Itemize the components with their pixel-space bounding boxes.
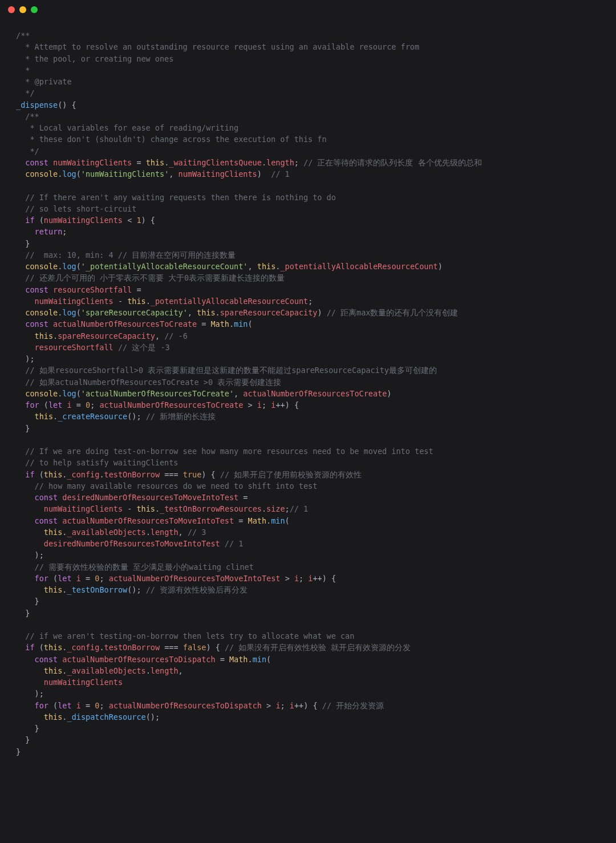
- code-line: );: [16, 549, 600, 561]
- code-line: */: [16, 87, 600, 99]
- code-line: [16, 434, 600, 445]
- code-line: // how many available resources do we ne…: [16, 480, 600, 492]
- code-line: // 如果resourceShortfall>0 表示需要新建但是这新建的数量不…: [16, 364, 600, 376]
- code-line: this._createResource(); // 新增新的长连接: [16, 411, 600, 422]
- code-line: );: [16, 688, 600, 699]
- code-line: _dispense() {: [16, 99, 600, 111]
- code-line: this.spareResourceCapacity, // -6: [16, 330, 600, 342]
- code-line: }: [16, 734, 600, 745]
- code-editor[interactable]: /** * Attempt to resolve an outstanding …: [0, 19, 616, 768]
- code-line: numWaitingClients - this._testOnBorrowRe…: [16, 503, 600, 514]
- code-line: }: [16, 746, 600, 757]
- code-line: *: [16, 64, 600, 76]
- code-line: const actualNumberOfResourcesToCreate = …: [16, 318, 600, 330]
- code-line: }: [16, 607, 600, 619]
- code-line: desiredNumberOfResourcesToMoveIntoTest /…: [16, 538, 600, 549]
- code-line: this._availableObjects.length,: [16, 665, 600, 676]
- code-line: }: [16, 423, 600, 434]
- code-line: // if we aren't testing-on-borrow then l…: [16, 630, 600, 642]
- code-line: // 需要有效性校验的数量 至少满足最小的waiting clinet: [16, 561, 600, 573]
- code-line: return;: [16, 226, 600, 237]
- code-line: this._dispatchResource();: [16, 711, 600, 723]
- code-line: );: [16, 353, 600, 364]
- code-line: * Attempt to resolve an outstanding reso…: [16, 41, 600, 52]
- code-line: resourceShortfall // 这个是 -3: [16, 342, 600, 353]
- code-line: const numWaitingClients = this._waitingC…: [16, 157, 600, 168]
- code-line: // max: 10, min: 4 // 目前潜在空闲可用的连接数量: [16, 249, 600, 261]
- code-line: if (numWaitingClients < 1) {: [16, 214, 600, 226]
- code-line: * these don't (shouldn't) change across …: [16, 133, 600, 145]
- code-line: */: [16, 145, 600, 157]
- code-line: const actualNumberOfResourcesToMoveIntoT…: [16, 515, 600, 526]
- code-line: }: [16, 238, 600, 249]
- code-line: /**: [16, 30, 600, 41]
- maximize-icon[interactable]: [31, 6, 38, 13]
- code-line: * the pool, or creating new ones: [16, 53, 600, 64]
- code-line: // so lets short-circuit: [16, 203, 600, 214]
- code-line: [16, 180, 600, 191]
- code-line: for (let i = 0; actualNumberOfResourcesT…: [16, 700, 600, 711]
- code-line: numWaitingClients: [16, 676, 600, 688]
- code-line: // to help satisfy waitingClients: [16, 457, 600, 468]
- code-line: console.log('_potentiallyAllocableResour…: [16, 261, 600, 272]
- code-line: }: [16, 595, 600, 607]
- titlebar: [0, 0, 616, 19]
- code-line: this._availableObjects.length, // 3: [16, 526, 600, 538]
- code-line: if (this._config.testOnBorrow === false)…: [16, 642, 600, 653]
- minimize-icon[interactable]: [19, 6, 26, 13]
- code-line: this._testOnBorrow(); // 资源有效性校验后再分发: [16, 584, 600, 595]
- code-line: // If we are doing test-on-borrow see ho…: [16, 445, 600, 457]
- code-line: console.log('actualNumberOfResourcesToCr…: [16, 388, 600, 399]
- code-line: /**: [16, 111, 600, 122]
- code-line: [16, 619, 600, 630]
- code-line: // 还差几个可用的 小于零表示不需要 大于0表示需要新建长连接的数量: [16, 272, 600, 283]
- code-line: const desiredNumberOfResourcesToMoveInto…: [16, 492, 600, 503]
- code-line: console.log('spareResourceCapacity', thi…: [16, 307, 600, 318]
- code-line: numWaitingClients - this._potentiallyAll…: [16, 295, 600, 307]
- close-icon[interactable]: [8, 6, 15, 13]
- code-line: for (let i = 0; actualNumberOfResourcesT…: [16, 573, 600, 584]
- code-line: }: [16, 723, 600, 734]
- code-line: console.log('numWaitingClients', numWait…: [16, 168, 600, 180]
- code-line: * Local variables for ease of reading/wr…: [16, 122, 600, 133]
- code-line: * @private: [16, 76, 600, 87]
- code-line: // If there aren't any waiting requests …: [16, 192, 600, 203]
- code-line: const resourceShortfall =: [16, 284, 600, 295]
- code-line: for (let i = 0; actualNumberOfResourcesT…: [16, 399, 600, 411]
- code-line: if (this._config.testOnBorrow === true) …: [16, 469, 600, 480]
- code-line: const actualNumberOfResourcesToDispatch …: [16, 654, 600, 665]
- code-line: // 如果actualNumberOfResourcesToCreate >0 …: [16, 376, 600, 388]
